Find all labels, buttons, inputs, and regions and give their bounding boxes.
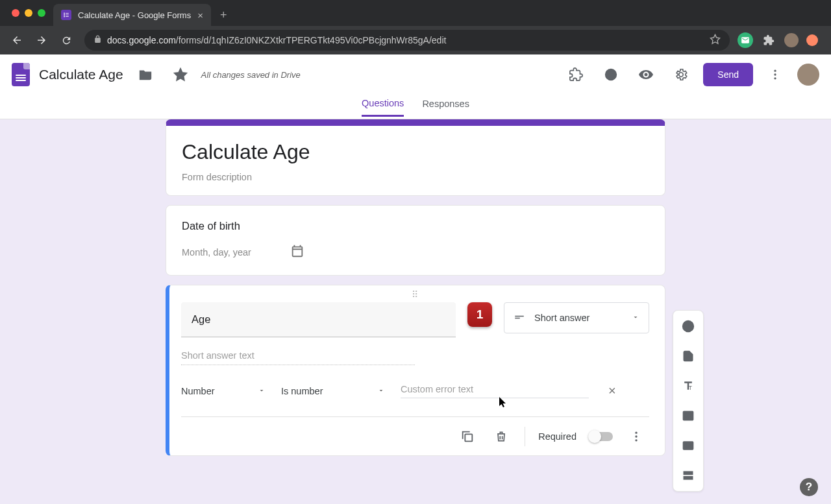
- question-footer: Required: [181, 416, 649, 455]
- send-button[interactable]: Send: [703, 63, 753, 86]
- delete-button[interactable]: [491, 430, 512, 443]
- svg-point-13: [774, 77, 776, 79]
- validation-row: Number Is number Custom error text ×: [181, 383, 649, 398]
- form-header-card[interactable]: Calculate Age Form description: [166, 119, 665, 196]
- svg-point-9: [613, 72, 614, 73]
- document-title[interactable]: Calculate Age: [39, 67, 123, 82]
- svg-point-10: [613, 75, 614, 77]
- back-button[interactable]: [6, 30, 27, 51]
- star-button[interactable]: [167, 62, 193, 88]
- editor-tabs: Questions Responses: [0, 95, 831, 119]
- question-title-input[interactable]: [181, 302, 456, 337]
- extensions-icon[interactable]: [761, 32, 776, 48]
- account-avatar[interactable]: [797, 64, 819, 86]
- new-tab-button[interactable]: +: [211, 4, 236, 26]
- divider: [525, 427, 525, 446]
- short-answer-icon: [514, 311, 525, 325]
- forms-app: Calculate Age All changes saved in Drive…: [0, 54, 831, 504]
- tab-responses[interactable]: Responses: [422, 99, 469, 115]
- required-label: Required: [538, 431, 577, 442]
- mouse-cursor-icon: [499, 397, 508, 411]
- svg-point-8: [610, 71, 612, 72]
- browser-badge-icon[interactable]: [806, 34, 818, 46]
- svg-point-23: [686, 414, 688, 416]
- form-description-placeholder[interactable]: Form description: [182, 172, 649, 182]
- svg-point-19: [635, 439, 637, 441]
- move-to-folder-button[interactable]: [132, 62, 158, 88]
- help-button[interactable]: ?: [800, 478, 818, 496]
- question-card-age-active[interactable]: ⠿ 1 Short answer: [166, 285, 665, 456]
- svg-rect-2: [64, 14, 65, 16]
- validation-type-select[interactable]: Number: [181, 386, 266, 396]
- profile-avatar-icon[interactable]: [784, 33, 799, 47]
- tab-title: Calculate Age - Google Forms: [78, 10, 191, 20]
- browser-tabbar: Calculate Age - Google Forms × +: [0, 0, 831, 26]
- svg-point-12: [774, 73, 776, 75]
- forms-logo-icon[interactable]: [12, 63, 30, 86]
- save-status: All changes saved in Drive: [201, 70, 301, 80]
- minimize-window-icon[interactable]: [25, 9, 32, 17]
- annotation-badge: 1: [467, 302, 492, 327]
- validation-operator-select[interactable]: Is number: [281, 386, 385, 396]
- address-bar[interactable]: docs.google.com/forms/d/1qhIZ6zI0NKZXtkr…: [84, 30, 730, 51]
- browser-chrome: Calculate Age - Google Forms × + docs.go…: [0, 0, 831, 54]
- add-image-button[interactable]: [678, 405, 699, 426]
- chevron-down-icon: [377, 386, 385, 396]
- required-toggle[interactable]: [589, 432, 613, 441]
- browser-tab[interactable]: Calculate Age - Google Forms ×: [53, 4, 211, 26]
- drag-handle-icon[interactable]: ⠿: [181, 285, 649, 302]
- svg-rect-5: [66, 16, 69, 17]
- svg-text:T: T: [689, 385, 692, 391]
- remove-validation-button[interactable]: ×: [604, 383, 620, 398]
- add-title-button[interactable]: T: [678, 376, 699, 396]
- svg-point-7: [608, 72, 609, 73]
- url-text: docs.google.com/forms/d/1qhIZ6zI0NKZXtkr…: [107, 35, 446, 45]
- question-type-select[interactable]: Short answer: [504, 302, 649, 333]
- duplicate-button[interactable]: [457, 429, 478, 444]
- customize-theme-button[interactable]: [598, 62, 624, 88]
- add-video-button[interactable]: [678, 435, 699, 456]
- svg-point-11: [774, 70, 776, 72]
- forward-button[interactable]: [31, 30, 52, 51]
- svg-rect-26: [684, 477, 692, 479]
- add-section-button[interactable]: [678, 465, 699, 486]
- close-tab-icon[interactable]: ×: [197, 10, 203, 21]
- preview-button[interactable]: [633, 62, 659, 88]
- chevron-down-icon: [632, 313, 639, 323]
- svg-rect-14: [515, 315, 524, 317]
- question-more-menu[interactable]: [626, 430, 647, 443]
- bookmark-star-icon[interactable]: [710, 34, 721, 47]
- close-window-icon[interactable]: [12, 9, 19, 17]
- short-answer-placeholder: Short answer text: [181, 350, 415, 365]
- question-type-label: Short answer: [534, 313, 589, 323]
- settings-button[interactable]: [668, 62, 694, 88]
- date-placeholder: Month, day, year: [182, 247, 251, 258]
- question-card-date-of-birth[interactable]: Date of birth Month, day, year: [166, 205, 665, 276]
- svg-rect-15: [515, 317, 520, 318]
- addons-button[interactable]: [563, 62, 589, 88]
- maximize-window-icon[interactable]: [38, 9, 45, 17]
- add-question-button[interactable]: [678, 316, 699, 337]
- calendar-icon: [290, 244, 304, 261]
- svg-rect-25: [684, 472, 692, 474]
- forms-favicon-icon: [61, 10, 71, 20]
- chevron-down-icon: [258, 386, 266, 396]
- svg-point-18: [635, 435, 637, 437]
- svg-rect-3: [66, 15, 69, 16]
- extension-icons: [738, 32, 825, 48]
- tab-questions[interactable]: Questions: [362, 98, 404, 117]
- import-questions-button[interactable]: [678, 346, 699, 366]
- lock-icon: [93, 35, 102, 45]
- svg-rect-1: [66, 13, 69, 14]
- mail-extension-icon[interactable]: [738, 32, 753, 48]
- floating-toolbar: T: [673, 310, 704, 492]
- svg-rect-16: [465, 434, 472, 441]
- custom-error-input[interactable]: Custom error text: [401, 384, 589, 398]
- more-menu-button[interactable]: [762, 62, 788, 88]
- svg-rect-4: [64, 16, 65, 18]
- reload-button[interactable]: [56, 30, 77, 51]
- form-title[interactable]: Calculate Age: [182, 140, 649, 164]
- app-header: Calculate Age All changes saved in Drive…: [0, 54, 831, 95]
- browser-toolbar: docs.google.com/forms/d/1qhIZ6zI0NKZXtkr…: [0, 26, 831, 54]
- window-controls: [5, 0, 53, 26]
